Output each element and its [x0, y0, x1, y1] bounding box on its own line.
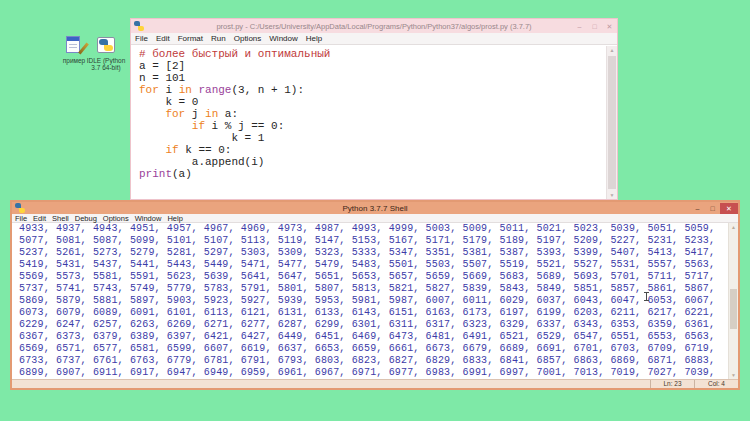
code-line: for j in a:	[139, 108, 606, 120]
status-column-number: Col: 4	[694, 380, 738, 388]
editor-menubar: FileEditFormatRunOptionsWindowHelp	[131, 33, 617, 45]
code-line: for i in range(3, n + 1):	[139, 84, 606, 96]
shell-output-line: 5419, 5431, 5437, 5441, 5443, 5449, 5471…	[19, 259, 728, 271]
menu-item-help[interactable]: Help	[302, 33, 326, 44]
code-line: k = 1	[139, 132, 606, 144]
code-line: if k == 0:	[139, 144, 606, 156]
scrollbar-thumb[interactable]	[730, 289, 737, 330]
python-idle-icon	[95, 36, 117, 56]
editor-window-title: prost.py - C:/Users/University/AppData/L…	[131, 22, 617, 31]
menu-item-debug[interactable]: Debug	[72, 214, 100, 222]
code-line: k = 0	[139, 96, 606, 108]
python-yellow-snake	[104, 45, 113, 51]
editor-scrollbar[interactable]: ▲ ▼	[606, 46, 617, 199]
scroll-up-arrow[interactable]: ▲	[607, 47, 617, 53]
shell-output-line: 4933, 4937, 4943, 4951, 4957, 4967, 4969…	[19, 223, 728, 235]
shell-output-line: 5077, 5081, 5087, 5099, 5101, 5107, 5113…	[19, 235, 728, 247]
menu-item-shell[interactable]: Shell	[49, 214, 72, 222]
minimize-button[interactable]: –	[690, 203, 705, 214]
maximize-button[interactable]: □	[587, 21, 602, 32]
document-line	[69, 47, 77, 48]
code-line: # более быстрый и оптимальный	[139, 48, 606, 60]
shell-output-line: 6073, 6079, 6089, 6091, 6101, 6113, 6121…	[19, 307, 728, 319]
menu-item-edit[interactable]: Edit	[152, 33, 174, 44]
code-line: if i % j == 0:	[139, 120, 606, 132]
window-shape	[97, 37, 115, 53]
desktop-icon-idle[interactable]: IDLE (Python 3.7 64-bit)	[84, 36, 128, 71]
menu-item-options[interactable]: Options	[100, 214, 132, 222]
menu-item-window[interactable]: Window	[265, 33, 301, 44]
document-header	[67, 37, 79, 41]
scroll-up-arrow[interactable]: ▲	[729, 224, 738, 230]
document-line	[69, 44, 77, 45]
shell-output[interactable]: 4933, 4937, 4943, 4951, 4957, 4967, 4969…	[12, 223, 728, 379]
shell-output-line: 6733, 6737, 6761, 6763, 6779, 6781, 6791…	[19, 355, 728, 367]
shell-titlebar[interactable]: Python 3.7.7 Shell – □ ✕	[12, 202, 738, 214]
shell-output-line: 5237, 5261, 5273, 5279, 5281, 5297, 5303…	[19, 247, 728, 259]
code-editor[interactable]: # более быстрый и оптимальныйa = [2]n = …	[131, 46, 606, 199]
menu-item-help[interactable]: Help	[164, 214, 185, 222]
python-file-icon	[134, 21, 144, 31]
code-line: print(a)	[139, 168, 606, 180]
shell-output-line: 5569, 5573, 5581, 5591, 5623, 5639, 5641…	[19, 271, 728, 283]
menu-item-edit[interactable]: Edit	[30, 214, 49, 222]
document-pen-icon	[63, 36, 85, 56]
document-page	[66, 36, 80, 53]
shell-output-line: 6899, 6907, 6911, 6917, 6947, 6949, 6959…	[19, 367, 728, 379]
shell-output-line: 5737, 5741, 5743, 5749, 5779, 5783, 5791…	[19, 283, 728, 295]
menu-item-file[interactable]: File	[12, 214, 30, 222]
mouse-ibeam-cursor	[644, 292, 649, 301]
shell-statusbar: Ln: 23 Col: 4	[12, 379, 738, 388]
close-button[interactable]: ✕	[720, 203, 738, 214]
menu-item-format[interactable]: Format	[174, 33, 207, 44]
scroll-down-arrow[interactable]: ▼	[729, 372, 738, 378]
editor-window: prost.py - C:/Users/University/AppData/L…	[130, 18, 618, 200]
shell-window: Python 3.7.7 Shell – □ ✕ FileEditShellDe…	[10, 200, 740, 390]
editor-titlebar[interactable]: prost.py - C:/Users/University/AppData/L…	[131, 19, 617, 33]
shell-window-title: Python 3.7.7 Shell	[12, 204, 738, 213]
shell-menubar: FileEditShellDebugOptionsWindowHelp	[12, 214, 738, 223]
desktop[interactable]: { "colors": { "desktop_bg": "#7ee9a7", "…	[0, 0, 750, 421]
close-button[interactable]: ✕	[602, 21, 617, 32]
desktop-icon-label: IDLE (Python 3.7 64-bit)	[84, 57, 128, 71]
code-line: a = [2]	[139, 60, 606, 72]
code-line: a.append(i)	[139, 156, 606, 168]
shell-output-line: 6229, 6247, 6257, 6263, 6269, 6271, 6277…	[19, 319, 728, 331]
minimize-button[interactable]: –	[572, 21, 587, 32]
scroll-down-arrow[interactable]: ▼	[607, 192, 617, 198]
maximize-button[interactable]: □	[705, 203, 720, 214]
menu-item-options[interactable]: Options	[230, 33, 266, 44]
scrollbar-thumb[interactable]	[608, 56, 616, 189]
code-line: n = 101	[139, 72, 606, 84]
menu-item-window[interactable]: Window	[132, 214, 165, 222]
status-line-number: Ln: 23	[650, 380, 694, 388]
python-shell-icon	[15, 203, 25, 213]
shell-scrollbar[interactable]: ▲ ▼	[728, 223, 738, 379]
shell-output-line: 5869, 5879, 5881, 5897, 5903, 5923, 5927…	[19, 295, 728, 307]
menu-item-run[interactable]: Run	[207, 33, 230, 44]
menu-item-file[interactable]: File	[131, 33, 152, 44]
shell-output-line: 6367, 6373, 6379, 6389, 6397, 6421, 6427…	[19, 331, 728, 343]
shell-output-line: 6569, 6571, 6577, 6581, 6599, 6607, 6619…	[19, 343, 728, 355]
